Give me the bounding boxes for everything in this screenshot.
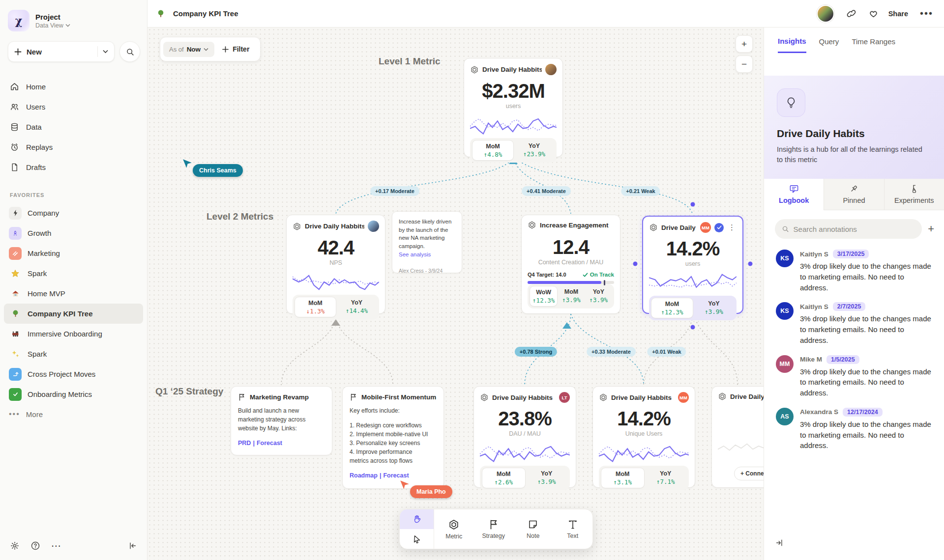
select-tool-button[interactable] — [400, 529, 434, 549]
metric-value: 23.8% — [480, 408, 570, 430]
annotation-item[interactable]: KS Kaitlyn S 2/7/2025 3% drop likely due… — [776, 302, 932, 345]
settings-gear-icon[interactable] — [10, 541, 20, 551]
level-1-label: Level 1 Metric — [379, 56, 441, 67]
stat-yoy[interactable]: YoY↑14.4% — [336, 297, 377, 317]
annotation-item[interactable]: KS Kaitlyn S 3/17/2025 3% drop likely du… — [776, 250, 932, 293]
favorite-company[interactable]: Company — [4, 203, 143, 223]
owner-badge: LT — [559, 392, 570, 403]
forecast-link[interactable]: Forecast — [383, 472, 409, 479]
prd-link[interactable]: PRD — [238, 440, 251, 447]
tab-query[interactable]: Query — [819, 29, 839, 52]
metric-hexagon-icon — [718, 392, 727, 401]
more-options-icon[interactable]: ⋯ — [51, 540, 62, 552]
stat-mom[interactable]: MoM↑12.3% — [651, 298, 693, 318]
sidebar-more-button[interactable]: ••• More — [0, 404, 147, 424]
workspace-name: Data View — [35, 22, 63, 29]
sparkles-icon — [9, 348, 22, 361]
annotation-item[interactable]: MM Mike M 1/5/2025 3% drop likely due to… — [776, 355, 932, 398]
tab-insights[interactable]: Insights — [778, 29, 806, 53]
text-tool-button[interactable]: Text — [553, 509, 593, 549]
sidebar-item-data[interactable]: Data — [0, 117, 147, 137]
file-icon — [10, 163, 19, 172]
subtab-experiments[interactable]: Experiments — [884, 179, 944, 210]
note-author: Alex Cress - 3/9/24 — [399, 267, 455, 275]
hand-tool-button[interactable] — [400, 509, 434, 529]
favorite-spark-2[interactable]: Spark — [4, 344, 143, 364]
metric-card-drive-daily-habbits-dau-mau[interactable]: Drive Daily Habbits LT 23.8% DAU / MAU M… — [473, 386, 576, 488]
favorite-company-kpi-tree[interactable]: Company KPI Tree — [4, 304, 143, 324]
favorite-growth[interactable]: Growth — [4, 223, 143, 243]
stat-wow[interactable]: WoW↑12.3% — [530, 286, 558, 307]
sidebar-item-users[interactable]: Users — [0, 97, 147, 117]
stat-mom[interactable]: MoM↑2.6% — [482, 468, 526, 488]
help-icon[interactable] — [30, 541, 40, 551]
metric-card-drive-daily-habbits-nps[interactable]: Drive Daily Habbits 42.4 NPS MoM↓1.3% Yo… — [286, 215, 385, 314]
note-tool-button[interactable]: Note — [513, 509, 553, 549]
metric-card-drive-daily-habbits-l1[interactable]: Drive Daily Habbits $2.32M users MoM↑4.8… — [464, 58, 563, 157]
new-button[interactable]: New — [8, 41, 115, 62]
sidebar-search-button[interactable] — [119, 41, 140, 62]
chevron-down-icon[interactable] — [103, 50, 108, 54]
metric-hexagon-icon — [528, 221, 536, 229]
favorite-cross-project-moves[interactable]: Cross Project Moves — [4, 364, 143, 384]
favorite-heart-icon[interactable] — [868, 8, 879, 19]
zoom-in-button[interactable]: + — [736, 35, 753, 53]
favorite-spark[interactable]: Spark — [4, 263, 143, 283]
copy-link-icon[interactable] — [846, 8, 856, 19]
strategy-card-marketing-revamp[interactable]: Marketing Revamp Build and launch a new … — [231, 386, 332, 455]
connect-button[interactable]: + Connect — [734, 467, 764, 480]
user-avatar[interactable] — [817, 5, 834, 23]
metric-unit: Unique Users — [599, 430, 689, 437]
metric-card-increase-engagement[interactable]: Increase Engagement 12.4 Content Creatio… — [521, 215, 620, 314]
kpi-tree-canvas[interactable]: As of Now Filter + − Level 1 Metric Leve… — [148, 28, 764, 560]
stat-yoy[interactable]: YoY↑7.1% — [645, 468, 687, 488]
roadmap-link[interactable]: Roadmap — [350, 472, 378, 479]
stat-mom[interactable]: MoM↓1.3% — [295, 297, 336, 317]
add-annotation-button[interactable]: + — [928, 224, 934, 234]
stat-yoy[interactable]: YoY↑3.9% — [526, 468, 568, 488]
stat-yoy[interactable]: YoY↑23.9% — [514, 140, 555, 161]
sidebar-item-home[interactable]: Home — [0, 77, 147, 97]
project-switcher[interactable]: χ Project Data View — [0, 0, 147, 35]
card-menu-icon[interactable]: ⋮ — [727, 223, 737, 232]
share-button[interactable]: Share — [888, 10, 908, 18]
note-icon — [528, 519, 538, 530]
add-filter-button[interactable]: Filter — [214, 45, 257, 53]
stat-mom[interactable]: MoM↑4.8% — [472, 140, 514, 161]
favorite-onboarding-metrics[interactable]: Onboarding Metrics — [4, 384, 143, 404]
see-analysis-link[interactable]: See analysis — [399, 251, 455, 259]
strategy-card-mobile-first-momentum[interactable]: Mobile-First Momentum Key efforts includ… — [342, 386, 444, 489]
stat-mom[interactable]: MoM↑3.9% — [558, 286, 585, 307]
favorite-marketing[interactable]: Marketing — [4, 243, 143, 263]
sidebar-item-label: Replays — [26, 143, 53, 151]
zoom-out-button[interactable]: − — [736, 56, 753, 73]
hand-icon — [412, 514, 422, 524]
metric-card-partial[interactable]: Drive Daily Hab + Connect — [711, 386, 764, 488]
sidebar-item-replays[interactable]: Replays — [0, 137, 147, 157]
metric-card-drive-daily-habbits-selected[interactable]: Drive Daily Habb.. MM ⋮ 14.2% users MoM↑… — [642, 216, 743, 314]
metric-tool-button[interactable]: Metric — [434, 509, 474, 549]
as-of-dropdown[interactable]: As of Now — [163, 42, 214, 57]
strategy-tool-button[interactable]: Strategy — [474, 509, 514, 549]
annotation-item[interactable]: AS Alexandra S 12/17/2024 3% drop likely… — [776, 408, 932, 451]
overflow-menu-icon[interactable]: ••• — [920, 8, 933, 19]
collapse-sidebar-icon[interactable] — [128, 541, 137, 550]
subtab-logbook[interactable]: Logbook — [764, 179, 824, 210]
stat-mom[interactable]: MoM↑3.1% — [601, 468, 645, 488]
stat-yoy[interactable]: YoY↑3.9% — [585, 286, 612, 307]
metric-hexagon-icon — [293, 222, 301, 231]
metric-card-drive-daily-habbits-unique-users[interactable]: Drive Daily Habbits MM 14.2% Unique User… — [592, 386, 695, 488]
subtab-pinned[interactable]: Pinned — [824, 179, 884, 210]
favorite-immersive-onboarding[interactable]: Immersive Onboarding — [4, 324, 143, 344]
stat-yoy[interactable]: YoY↑3.9% — [693, 298, 735, 318]
favorite-home-mvp[interactable]: Home MVP — [4, 283, 143, 304]
collapse-panel-icon[interactable] — [775, 538, 784, 549]
annotation-search[interactable] — [775, 219, 922, 239]
sidebar-item-drafts[interactable]: Drafts — [0, 157, 147, 177]
edge-weight-label: +0.17 Moderate — [370, 186, 419, 196]
metric-unit: users — [649, 260, 737, 267]
forecast-link[interactable]: Forecast — [257, 440, 282, 447]
tab-time-ranges[interactable]: Time Ranges — [852, 29, 895, 52]
note-card[interactable]: Increase likely driven by the launch of … — [392, 211, 462, 273]
annotation-search-input[interactable] — [794, 225, 915, 233]
